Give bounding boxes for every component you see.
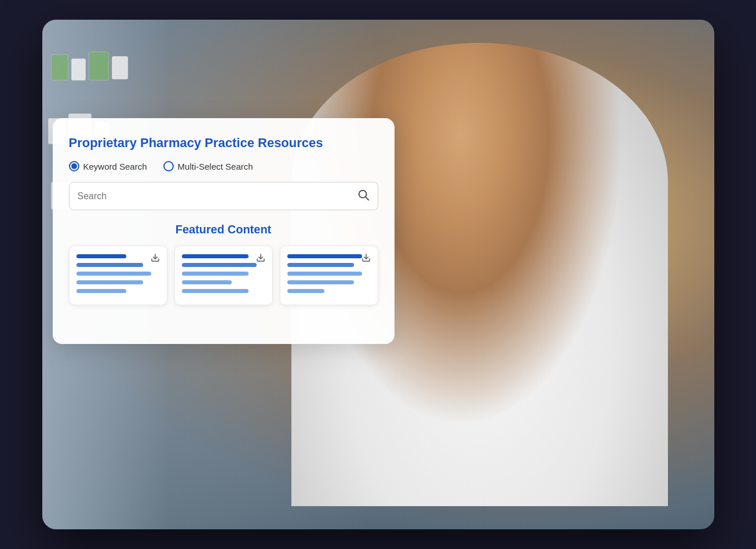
card-line [287,254,363,258]
shelf-box [112,56,128,79]
card-line [76,289,126,293]
shelf-box [89,52,109,80]
svg-line-1 [366,197,368,200]
shelf-box [71,58,86,80]
card-line [287,289,325,293]
search-input[interactable] [78,191,357,202]
card-line [287,280,354,284]
featured-content-title: Featured Content [69,223,378,236]
card-line [182,254,249,258]
content-card-1 [69,246,167,305]
card-line [287,272,363,276]
card-line [76,254,126,258]
main-panel: Proprietary Pharmacy Practice Resources … [53,118,395,344]
panel-title: Proprietary Pharmacy Practice Resources [69,136,378,151]
card-line [76,263,143,267]
search-bar [69,182,378,210]
radio-keyword-search[interactable]: Keyword Search [69,161,147,171]
card-line [182,289,249,293]
featured-cards-row [69,246,378,305]
content-card-3 [280,246,378,305]
search-icon[interactable] [357,188,370,204]
shelf-box [51,54,68,80]
content-card-2 [174,246,273,305]
card-line [182,280,232,284]
download-icon-1[interactable] [151,253,160,265]
card-line [182,263,257,267]
radio-group: Keyword Search Multi-Select Search [69,161,378,171]
radio-multiselect-indicator [163,161,174,171]
screen-container: Proprietary Pharmacy Practice Resources … [42,20,714,529]
radio-multiselect-search[interactable]: Multi-Select Search [163,161,253,171]
card-line [76,280,143,284]
radio-keyword-indicator [69,161,79,171]
radio-multiselect-label: Multi-Select Search [178,162,253,171]
card-line [182,272,249,276]
download-icon-3[interactable] [361,253,371,265]
radio-keyword-label: Keyword Search [83,162,147,171]
card-line [76,272,152,276]
card-line [287,263,354,267]
download-icon-2[interactable] [256,253,265,265]
